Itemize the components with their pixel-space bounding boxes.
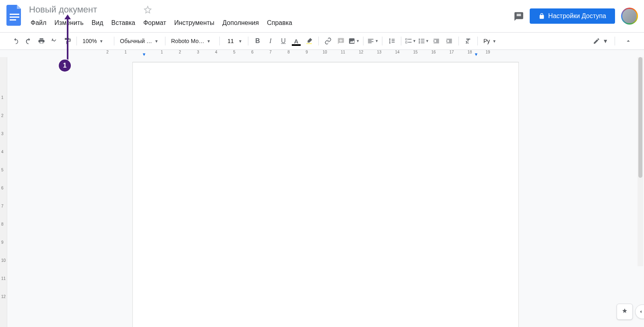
share-button-label: Настройки Доступа xyxy=(548,12,606,20)
lock-icon xyxy=(539,13,545,19)
font-size-dropdown[interactable]: ▼ xyxy=(223,35,245,47)
clear-formatting-button[interactable] xyxy=(462,35,474,47)
font-size-input[interactable] xyxy=(225,37,236,45)
insert-image-button[interactable]: ▼ xyxy=(348,35,360,47)
menu-insert[interactable]: Вставка xyxy=(108,18,138,28)
svg-rect-3 xyxy=(306,43,312,44)
spellcheck-button[interactable] xyxy=(48,35,60,47)
document-title-input[interactable] xyxy=(27,4,141,16)
svg-rect-6 xyxy=(406,42,407,43)
vertical-ruler[interactable]: 1 2 3 4 5 6 7 8 9 10 11 12 xyxy=(0,57,7,327)
zoom-dropdown[interactable]: 100%▼ xyxy=(80,35,111,47)
menu-format[interactable]: Формат xyxy=(140,18,169,28)
underline-button[interactable]: U xyxy=(277,35,289,47)
account-avatar[interactable] xyxy=(621,8,638,24)
svg-rect-8 xyxy=(408,42,412,43)
paragraph-style-dropdown[interactable]: Обычный …▼ xyxy=(118,35,162,47)
svg-rect-1 xyxy=(10,16,19,18)
svg-rect-13 xyxy=(421,41,425,41)
text-color-button[interactable]: A xyxy=(290,35,302,47)
menu-file[interactable]: Файл xyxy=(27,18,50,28)
undo-button[interactable] xyxy=(10,35,22,47)
svg-rect-0 xyxy=(10,14,19,15)
svg-point-9 xyxy=(419,39,420,40)
toolbar: 100%▼ Обычный …▼ Roboto Mo…▼ ▼ B I U A ▼… xyxy=(0,32,644,50)
scrollbar-thumb[interactable] xyxy=(638,57,642,178)
menu-help[interactable]: Справка xyxy=(264,18,295,28)
editing-mode-button[interactable]: ▼ xyxy=(590,35,611,47)
line-spacing-button[interactable] xyxy=(386,35,398,47)
redo-button[interactable] xyxy=(23,35,35,47)
svg-rect-12 xyxy=(421,39,425,40)
bold-button[interactable]: B xyxy=(252,35,264,47)
svg-rect-14 xyxy=(421,43,425,43)
svg-point-11 xyxy=(419,42,420,43)
paint-format-button[interactable] xyxy=(61,35,73,47)
explore-button[interactable] xyxy=(617,304,633,320)
highlight-color-button[interactable] xyxy=(303,35,315,47)
share-button[interactable]: Настройки Доступа xyxy=(530,8,615,24)
pencil-icon xyxy=(593,37,600,45)
increase-indent-button[interactable] xyxy=(443,35,455,47)
input-tools-dropdown[interactable]: Ру▼ xyxy=(481,35,501,47)
star-icon[interactable] xyxy=(144,6,152,14)
menu-addons[interactable]: Дополнения xyxy=(219,18,262,28)
menu-edit[interactable]: Изменить xyxy=(51,18,87,28)
annotation-badge: 1 xyxy=(59,60,71,72)
checklist-button[interactable]: ▼ xyxy=(405,35,417,47)
svg-rect-7 xyxy=(408,39,412,40)
font-family-dropdown[interactable]: Roboto Mo…▼ xyxy=(169,35,216,47)
menu-view[interactable]: Вид xyxy=(89,18,107,28)
svg-point-10 xyxy=(419,41,420,42)
document-page[interactable] xyxy=(132,62,519,327)
insert-link-button[interactable] xyxy=(322,35,334,47)
collapse-toolbar-button[interactable] xyxy=(622,35,634,47)
insert-comment-button[interactable] xyxy=(335,35,347,47)
decrease-indent-button[interactable] xyxy=(430,35,442,47)
document-canvas[interactable] xyxy=(7,50,644,327)
print-button[interactable] xyxy=(35,35,47,47)
comments-icon[interactable] xyxy=(514,11,523,21)
menu-bar: Файл Изменить Вид Вставка Формат Инструм… xyxy=(27,16,514,28)
align-button[interactable]: ▼ xyxy=(367,35,379,47)
docs-logo-icon[interactable] xyxy=(6,5,23,26)
svg-rect-2 xyxy=(10,19,16,21)
svg-rect-5 xyxy=(406,39,407,40)
italic-button[interactable]: I xyxy=(264,35,277,47)
vertical-scrollbar[interactable] xyxy=(638,57,643,266)
menu-tools[interactable]: Инструменты xyxy=(171,18,218,28)
bulleted-list-button[interactable]: ▼ xyxy=(417,35,429,47)
